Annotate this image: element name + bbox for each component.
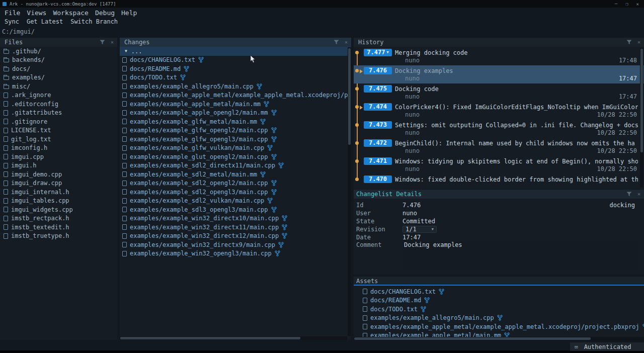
close-icon[interactable]: ✕ [111,38,114,47]
changed-file-row[interactable]: examples/example_win32_opengl3/main.cpp [120,249,351,258]
collapse-icon[interactable]: ▼ [125,49,127,53]
file-tree-item[interactable]: .gitignore [0,117,117,126]
changed-file-row[interactable]: examples/example_glfw_opengl3/main.cpp [120,135,351,144]
revision-badge[interactable]: 7.475 ▼ [364,85,392,93]
file-tree-item[interactable]: imstb_rectpack.h [0,214,117,223]
changed-file-row[interactable]: examples/example_win32_directx9/main.cpp [120,240,351,249]
revision-badge[interactable]: 7.477 ▼ [364,49,392,56]
history-commit-row[interactable]: 7.477 ▼ Merging docking code nuno 17:48 [354,47,644,65]
revision-badge[interactable]: 7.476 ▼ [364,67,392,74]
changed-file-row[interactable]: examples/example_win32_directx11/main.cp… [120,223,351,232]
file-tree-item[interactable]: imstb_textedit.h [0,223,117,232]
file-tree-item[interactable]: docs/ [0,64,117,73]
asset-file-row[interactable]: docs/README.md [354,296,644,305]
close-icon[interactable]: ✕ [637,190,640,199]
changed-file-row[interactable]: docs/README.md [120,64,351,73]
file-tree-item[interactable]: imgui_internal.h [0,188,117,197]
changes-vertical-scrollbar[interactable] [348,47,351,336]
changed-file-row[interactable]: docs/TODO.txt [120,73,351,82]
scrollbar-thumb[interactable] [640,49,643,152]
revision-badge[interactable]: 7.471 ▼ [364,157,392,165]
changed-file-row[interactable]: examples/example_sdl3_opengl3/main.cpp [120,205,351,214]
scrollbar-thumb[interactable] [354,337,591,340]
changes-horizontal-scrollbar[interactable] [120,336,347,340]
menu-item[interactable]: Workspace [53,9,88,17]
asset-file-row[interactable]: examples/example_allegro5/main.cpp [354,314,644,323]
file-tree-item[interactable]: LICENSE.txt [0,126,117,135]
file-tree-item[interactable]: .ark_ignore [0,91,117,100]
revision-badge[interactable]: 7.472 ▼ [364,139,392,147]
changed-file-row[interactable]: examples/example_win32_directx12/main.cp… [120,232,351,241]
file-tree-item[interactable]: .gitattributes [0,109,117,118]
toolbar-button[interactable]: Switch Branch [70,18,118,26]
close-icon[interactable]: ✕ [637,38,640,47]
changed-file-row[interactable]: examples/example_sdl2_opengl3/main.cpp [120,188,351,197]
history-commit-row[interactable]: 7.475 ▼ Docking code nuno 17:47 [354,83,644,102]
revision-badge[interactable]: 7.474 ▼ [364,103,392,111]
maximize-button[interactable]: ❐ [625,2,628,7]
revision-dropdown[interactable]: 1/1 ▼ [403,226,437,233]
menu-item[interactable]: Views [27,9,46,17]
menu-item[interactable]: Help [121,9,137,17]
changed-file-row[interactable]: examples/example_glfw_opengl2/main.cpp [120,126,351,135]
history-commit-row[interactable]: 7.474 ▼ ColorPicker4(): Fixed ImGuiColor… [354,102,644,120]
changed-file-row[interactable]: examples/example_apple_metal/main.mm [120,100,351,109]
history-commit-row[interactable]: 7.470 ▼ Windows: fixed double-clicked bo… [354,174,644,189]
asset-file-row[interactable]: docs/TODO.txt [354,305,644,314]
file-tree-item[interactable]: backends/ [0,56,117,65]
mouse-cursor [250,55,256,63]
revision-badge[interactable]: 7.473 ▼ [364,121,392,129]
close-icon[interactable]: ✕ [345,38,348,47]
changed-file-row[interactable]: examples/example_sdl2_vulkan/main.cpp [120,197,351,206]
changed-file-row[interactable]: examples/example_glfw_vulkan/main.cpp [120,144,351,153]
file-tree-item[interactable]: .editorconfig [0,100,117,109]
filter-icon[interactable] [100,40,105,45]
asset-file-row[interactable]: docs/CHANGELOG.txt [354,287,644,296]
file-tree-item[interactable]: misc/ [0,82,117,91]
file-tree-item[interactable]: imconfig.h [0,144,117,153]
changed-file-row[interactable]: examples/example_apple_opengl2/main.mm [120,109,351,118]
changed-file-row[interactable]: examples/example_allegro5/main.cpp [120,82,351,91]
menu-item[interactable]: Debug [95,9,115,17]
comment-value[interactable]: Docking examples [403,241,638,270]
changed-file-row[interactable]: examples/example_glut_opengl2/main.cpp [120,152,351,161]
history-commit-row[interactable]: 7.476 ▼ Docking examples nuno 17:47 [354,65,644,83]
changed-file-row[interactable]: examples/example_sdl2_directx11/main.cpp [120,161,351,170]
history-commit-row[interactable]: 7.472 ▼ BeginChild(): Internal name used… [354,138,644,156]
history-commit-row[interactable]: 7.473 ▼ Settings: omit outputing Collaps… [354,120,644,138]
toolbar-button[interactable]: Sync [5,18,19,26]
changed-file-row[interactable]: examples/example_glfw_metal/main.mm [120,117,351,126]
file-tree-item[interactable]: examples/ [0,73,117,82]
revision-badge[interactable]: 7.470 ▼ [364,175,392,183]
assets-horizontal-scrollbar[interactable] [354,337,644,340]
file-tree-item[interactable]: imgui.cpp [0,152,117,161]
changed-file-row[interactable]: examples/example_sdl2_opengl2/main.cpp [120,179,351,188]
changed-file-row[interactable]: docs/CHANGELOG.txt [120,56,351,65]
filter-icon[interactable] [334,40,339,45]
close-window-button[interactable]: ✕ [636,2,639,7]
file-tree-item[interactable]: imstb_truetype.h [0,232,117,241]
asset-file-row[interactable]: examples/example_apple_metal/example_app… [354,322,644,331]
file-name: misc/ [12,83,30,90]
scrollbar-thumb[interactable] [120,337,300,339]
file-tree-item[interactable]: imgui_tables.cpp [0,197,117,206]
history-commit-row[interactable]: 7.471 ▼ Windows: tidying up skipitems lo… [354,156,644,174]
changed-file-row[interactable]: examples/example_sdl2_metal/main.mm [120,170,351,179]
file-tree-item[interactable]: imgui.h [0,161,117,170]
changed-file-row[interactable]: examples/example_apple_metal/example_app… [120,91,351,100]
menu-item[interactable]: File [5,9,20,17]
filter-icon[interactable] [626,40,632,45]
toolbar-button[interactable]: Get Latest [27,18,63,26]
file-tree-item[interactable]: imgui_draw.cpp [0,179,117,188]
history-vertical-scrollbar[interactable] [640,48,643,188]
file-tree-item[interactable]: .github/ [0,47,117,56]
file-tree-item[interactable]: imgui_demo.cpp [0,170,117,179]
changed-file-row[interactable]: examples/example_win32_directx10/main.cp… [120,214,351,223]
chevron-down-icon[interactable]: ▼ [386,49,388,56]
minimize-button[interactable]: ─ [615,2,617,7]
changes-root-row[interactable]: ▼ ... [120,47,351,56]
scrollbar-thumb[interactable] [348,48,351,145]
file-tree-item[interactable]: git_log.txt [0,135,117,144]
filter-icon[interactable] [626,192,632,197]
file-tree-item[interactable]: imgui_widgets.cpp [0,205,117,214]
